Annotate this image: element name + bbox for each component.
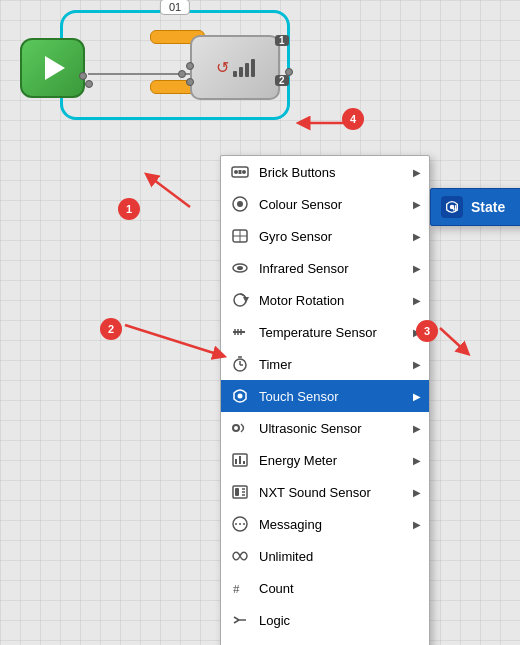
svg-line-38: [234, 620, 239, 623]
menu-item-energy-meter[interactable]: Energy Meter ▶: [221, 444, 429, 476]
menu-item-messaging[interactable]: Messaging ▶: [221, 508, 429, 540]
sensor-block[interactable]: ↺: [190, 35, 280, 100]
svg-point-20: [238, 394, 243, 399]
rotation-icon: ↺: [216, 58, 229, 77]
menu-item-nxt-sound-sensor[interactable]: NXT Sound Sensor ▶: [221, 476, 429, 508]
connector-dot: [85, 80, 93, 88]
menu-item-temperature-sensor[interactable]: Temperature Sensor ▶: [221, 316, 429, 348]
badge-2: 2: [275, 75, 289, 86]
connector-dot: [178, 70, 186, 78]
svg-text:#: #: [233, 581, 240, 596]
menu-item-label-count: Count: [259, 581, 421, 596]
menu-item-arrow-ultrasonic-sensor: ▶: [413, 423, 421, 434]
menu-item-label-messaging: Messaging: [259, 517, 413, 532]
annotation-circle-3: 3: [416, 320, 438, 342]
unlimited-icon: [229, 545, 251, 567]
bar2: [239, 67, 243, 77]
menu-item-label-energy-meter: Energy Meter: [259, 453, 413, 468]
connector-dot: [79, 72, 87, 80]
svg-rect-28: [235, 488, 239, 496]
sensor-icon-area: ↺: [216, 58, 255, 77]
bar-chart-icon: [233, 59, 255, 77]
canvas: 01 ↺ 1 2 1: [0, 0, 520, 645]
touch-sensor-submenu: State: [430, 188, 520, 226]
play-icon: [45, 56, 65, 80]
menu-item-count[interactable]: # Count: [221, 572, 429, 604]
annotation-arrow-3: [435, 323, 485, 373]
motor-rotation-icon: [229, 289, 251, 311]
state-submenu-icon: [441, 196, 463, 218]
menu-item-label-temperature-sensor: Temperature Sensor: [259, 325, 413, 340]
svg-point-1: [234, 170, 238, 174]
energy-meter-icon: [229, 449, 251, 471]
submenu-item-state[interactable]: State: [431, 189, 520, 225]
svg-point-2: [242, 170, 246, 174]
menu-item-arrow-motor-rotation: ▶: [413, 295, 421, 306]
menu-item-label-infrared-sensor: Infrared Sensor: [259, 261, 413, 276]
connector-dot: [186, 78, 194, 86]
submenu-item-label-state: State: [471, 199, 505, 215]
messaging-icon: [229, 513, 251, 535]
menu-item-label-brick-buttons: Brick Buttons: [259, 165, 413, 180]
count-icon: #: [229, 577, 251, 599]
time-indicator-icon: [229, 641, 251, 645]
menu-item-label-gyro-sensor: Gyro Sensor: [259, 229, 413, 244]
menu-item-label-ultrasonic-sensor: Ultrasonic Sensor: [259, 421, 413, 436]
menu-item-brick-buttons[interactable]: Brick Buttons ▶: [221, 156, 429, 188]
annotation-circle-1: 1: [118, 198, 140, 220]
bar1: [233, 71, 237, 77]
menu-item-arrow-gyro-sensor: ▶: [413, 231, 421, 242]
menu-item-arrow-colour-sensor: ▶: [413, 199, 421, 210]
svg-point-34: [239, 523, 241, 525]
infrared-sensor-icon: [229, 257, 251, 279]
touch-sensor-icon: [229, 385, 251, 407]
connector-dot-right: [285, 68, 293, 76]
gyro-sensor-icon: [229, 225, 251, 247]
menu-item-gyro-sensor[interactable]: Gyro Sensor ▶: [221, 220, 429, 252]
ultrasonic-sensor-icon: [229, 417, 251, 439]
menu-item-arrow-timer: ▶: [413, 359, 421, 370]
menu-item-infrared-sensor[interactable]: Infrared Sensor ▶: [221, 252, 429, 284]
menu-item-arrow-infrared-sensor: ▶: [413, 263, 421, 274]
annotation-arrow-2: [120, 320, 230, 370]
menu-item-motor-rotation[interactable]: Motor Rotation ▶: [221, 284, 429, 316]
nxt-sound-sensor-icon: [229, 481, 251, 503]
menu-item-touch-sensor[interactable]: Touch Sensor ▶: [221, 380, 429, 412]
menu-item-label-timer: Timer: [259, 357, 413, 372]
menu-item-label-unlimited: Unlimited: [259, 549, 421, 564]
badge-1: 1: [275, 35, 289, 46]
connector-dot: [186, 62, 194, 70]
menu-item-time-indicator[interactable]: Time Indicator: [221, 636, 429, 645]
temperature-sensor-icon: [229, 321, 251, 343]
annotation-arrow-1: [140, 172, 195, 212]
menu-item-arrow-messaging: ▶: [413, 519, 421, 530]
menu-item-arrow-touch-sensor: ▶: [413, 391, 421, 402]
menu-item-label-touch-sensor: Touch Sensor: [259, 389, 413, 404]
svg-point-33: [235, 523, 237, 525]
bar3: [245, 63, 249, 77]
loop-label: 01: [160, 0, 190, 15]
svg-point-5: [237, 201, 243, 207]
menu-item-label-motor-rotation: Motor Rotation: [259, 293, 413, 308]
menu-item-timer[interactable]: Timer ▶: [221, 348, 429, 380]
annotation-circle-2: 2: [100, 318, 122, 340]
menu-item-ultrasonic-sensor[interactable]: Ultrasonic Sensor ▶: [221, 412, 429, 444]
brick-buttons-icon: [229, 161, 251, 183]
svg-point-35: [243, 523, 245, 525]
logic-icon: [229, 609, 251, 631]
svg-point-22: [234, 426, 238, 430]
bar4: [251, 59, 255, 77]
menu-item-label-colour-sensor: Colour Sensor: [259, 197, 413, 212]
colour-sensor-icon: [229, 193, 251, 215]
menu-item-logic[interactable]: Logic: [221, 604, 429, 636]
menu-item-label-nxt-sound-sensor: NXT Sound Sensor: [259, 485, 413, 500]
start-block[interactable]: [20, 38, 85, 98]
menu-item-unlimited[interactable]: Unlimited: [221, 540, 429, 572]
timer-icon: [229, 353, 251, 375]
menu-item-colour-sensor[interactable]: Colour Sensor ▶: [221, 188, 429, 220]
context-menu: Brick Buttons ▶ Colour Sensor ▶ Gyro Sen…: [220, 155, 430, 645]
menu-item-arrow-nxt-sound-sensor: ▶: [413, 487, 421, 498]
svg-rect-3: [239, 170, 242, 174]
menu-item-arrow-brick-buttons: ▶: [413, 167, 421, 178]
svg-line-37: [234, 617, 239, 620]
